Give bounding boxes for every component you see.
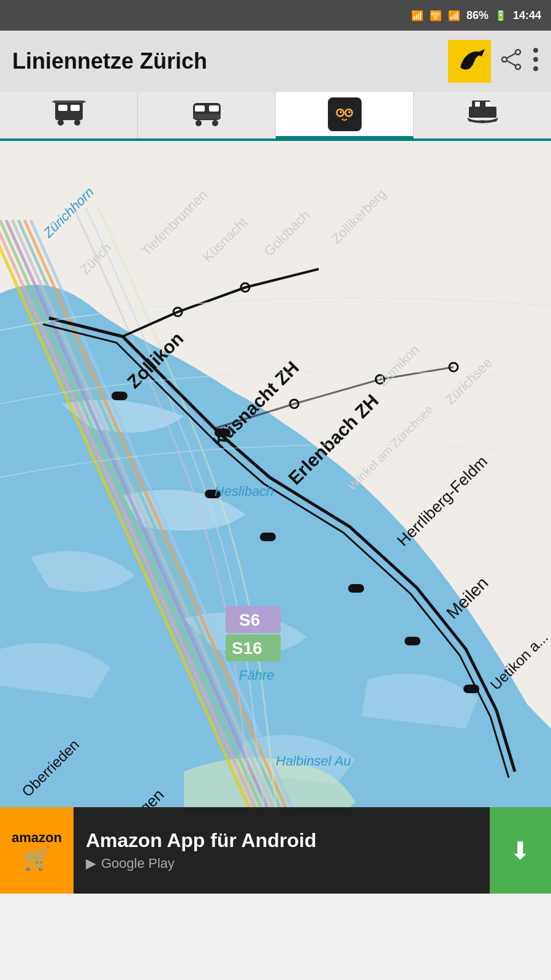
owl-icon: [328, 97, 362, 131]
svg-point-28: [349, 112, 351, 113]
battery-icon: 🔋: [495, 10, 507, 21]
svg-rect-22: [331, 101, 358, 127]
ad-text-area: Amazon App für Android ▶ Google Play: [74, 829, 490, 872]
svg-rect-9: [55, 102, 83, 120]
ad-download-button[interactable]: ⬇: [490, 807, 551, 894]
svg-point-2: [502, 57, 507, 62]
map-area[interactable]: Zürichhorn Zürich Tiefenbrunnen Küsnacht…: [0, 141, 551, 894]
ad-logo: amazon 🛒: [0, 807, 74, 894]
svg-point-19: [196, 120, 202, 126]
app-bar-actions: [448, 40, 539, 83]
svg-point-3: [515, 64, 520, 69]
svg-rect-33: [475, 102, 480, 107]
share-icon: [501, 48, 523, 70]
tab-bus[interactable]: [138, 92, 276, 139]
main-content: Zürichhorn Zürich Tiefenbrunnen Küsnacht…: [0, 141, 551, 980]
bus-icon: [190, 96, 224, 135]
app-bar: Liniennetze Zürich: [0, 31, 551, 92]
wifi-icon: 🛜: [430, 10, 442, 21]
svg-point-7: [533, 57, 538, 62]
google-play-icon: ▶: [86, 856, 96, 872]
svg-text:S16: S16: [232, 639, 262, 658]
share-button[interactable]: [501, 48, 523, 75]
tab-tram[interactable]: [0, 92, 138, 139]
tab-night-owl[interactable]: [276, 92, 414, 139]
svg-text:S6: S6: [239, 610, 260, 629]
app-title: Liniennetze Zürich: [12, 48, 207, 74]
signal-icon: 📶: [448, 10, 460, 21]
more-menu-button[interactable]: [533, 47, 539, 76]
svg-point-6: [533, 48, 538, 53]
tab-boat[interactable]: [414, 92, 551, 139]
svg-point-12: [58, 120, 64, 126]
svg-point-1: [515, 50, 520, 55]
svg-rect-40: [348, 584, 364, 593]
battery-text: 86%: [466, 9, 488, 22]
svg-point-27: [340, 112, 342, 113]
svg-rect-36: [112, 392, 127, 400]
svg-rect-17: [195, 105, 205, 112]
logo-icon: [451, 43, 488, 80]
more-icon: [533, 47, 539, 72]
svg-rect-31: [469, 107, 496, 118]
nfc-icon: 📶: [411, 10, 424, 21]
ad-brand-text: amazon: [12, 830, 62, 846]
logo-button[interactable]: [448, 40, 491, 83]
ad-banner: amazon 🛒 Amazon App für Android ▶ Google…: [0, 807, 551, 894]
google-play-text: Google Play: [101, 856, 175, 872]
svg-rect-39: [260, 533, 276, 541]
svg-rect-41: [405, 637, 420, 645]
svg-point-8: [533, 66, 538, 71]
svg-rect-34: [485, 102, 490, 107]
ad-sub: ▶ Google Play: [86, 856, 477, 872]
map-svg: Zürichhorn Zürich Tiefenbrunnen Küsnacht…: [0, 141, 551, 894]
svg-line-4: [507, 53, 515, 58]
svg-point-13: [74, 120, 80, 126]
svg-point-20: [212, 120, 218, 126]
svg-rect-18: [209, 105, 219, 112]
ad-main-text: Amazon App für Android: [86, 829, 477, 852]
time-text: 14:44: [513, 9, 541, 22]
svg-text:Halbinsel Au: Halbinsel Au: [276, 753, 351, 769]
tram-icon: [52, 96, 86, 135]
svg-rect-10: [58, 105, 67, 111]
boat-icon: [466, 96, 500, 135]
svg-text:Heslibach: Heslibach: [215, 484, 274, 499]
svg-line-5: [507, 61, 515, 66]
ad-cart-icon: 🛒: [23, 846, 51, 872]
status-bar: 📶 🛜 📶 86% 🔋 14:44: [0, 0, 551, 31]
svg-rect-11: [70, 105, 80, 111]
tab-bar: [0, 92, 551, 141]
svg-rect-21: [193, 114, 221, 119]
svg-text:Fähre: Fähre: [239, 667, 274, 683]
